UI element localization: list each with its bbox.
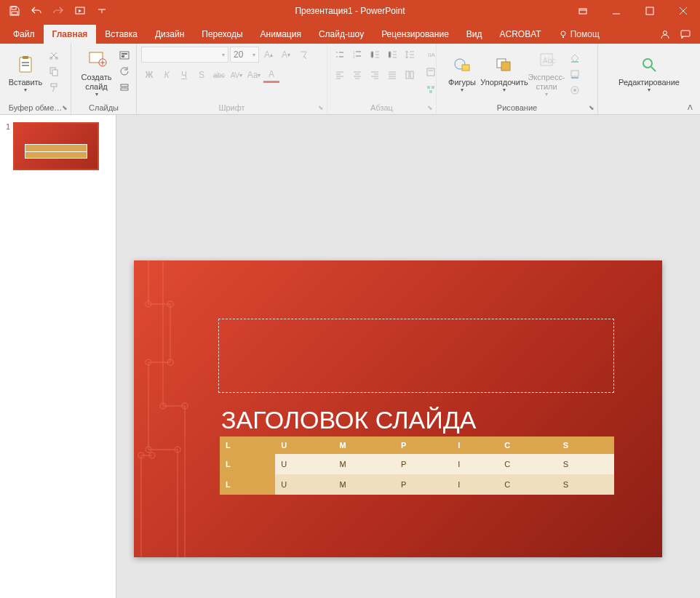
align-left-button[interactable] [332,67,348,83]
svg-point-6 [664,31,667,35]
paste-button[interactable]: Вставить ▾ [4,47,47,99]
redo-button[interactable] [48,1,68,21]
font-name-combo[interactable]: ▾ [141,47,228,63]
tab-view[interactable]: Вид [458,25,491,44]
underline-button[interactable]: Ч [176,67,192,83]
cut-button[interactable] [47,48,61,63]
tab-acrobat[interactable]: ACROBAT [491,25,550,44]
clear-formatting-button[interactable] [295,47,311,63]
thumbnail-slide-1[interactable]: 1 [6,122,110,170]
font-dialog-launcher[interactable]: ⬊ [318,104,324,111]
shape-fill-button[interactable] [568,51,582,65]
reset-slide-button[interactable] [117,64,132,79]
new-slide-button[interactable]: Создать слайд ▾ [76,47,117,99]
svg-text:Abc: Abc [543,57,555,65]
strikethrough-button[interactable]: abc [211,67,227,83]
align-center-button[interactable] [349,67,365,83]
font-size-combo[interactable]: 20▾ [230,47,259,63]
svg-point-49 [573,89,576,92]
shape-outline-button[interactable] [568,67,582,81]
table-header-cell[interactable]: C [498,436,557,454]
slide-title[interactable]: ЗАГОЛОВОК СЛАЙДА [221,406,476,434]
convert-smartart-button[interactable] [422,81,440,97]
group-label-paragraph: Абзац [370,103,393,112]
paragraph-dialog-launcher[interactable]: ⬊ [427,104,433,111]
table-row[interactable]: L U M P I C S [220,454,614,474]
start-from-beginning-button[interactable] [70,1,90,21]
shadow-button[interactable]: S [194,67,210,83]
tab-file[interactable]: Файл [4,25,44,44]
collapse-ribbon-button[interactable]: ᐱ [684,101,696,113]
align-right-button[interactable] [367,67,383,83]
arrange-button[interactable]: Упорядочить▾ [483,47,525,99]
slide-thumbnails-pane[interactable]: 1 [0,115,116,598]
increase-indent-button[interactable] [384,47,400,63]
group-drawing: Фигуры▾ Упорядочить▾ Abc Экспресс-стили▾… [437,44,598,114]
svg-rect-31 [356,55,361,57]
table-header-cell[interactable]: P [395,436,452,454]
line-spacing-button[interactable] [402,47,418,63]
table-header-cell[interactable]: L [220,436,275,454]
ribbon: Вставить ▾ Буфер обме…⬊ Создать слайд ▾ [0,44,700,115]
font-color-button[interactable]: A [263,67,279,83]
tab-insert[interactable]: Вставка [96,25,146,44]
tab-home[interactable]: Главная [44,25,97,44]
tell-me-field[interactable]: Помощ [550,25,608,44]
table-header-cell[interactable]: U [275,436,333,454]
table-header-cell[interactable]: S [557,436,614,454]
drawing-dialog-launcher[interactable]: ⬊ [589,104,594,111]
slide-canvas[interactable]: ЗАГОЛОВОК СЛАЙДА L U M P I C S L U M P I [116,115,700,598]
shapes-button[interactable]: Фигуры▾ [441,47,483,99]
svg-rect-11 [22,65,29,66]
group-clipboard: Вставить ▾ Буфер обме…⬊ [0,44,71,114]
clipboard-dialog-launcher[interactable]: ⬊ [62,104,68,111]
svg-rect-40 [462,65,469,71]
char-spacing-button[interactable]: AV▾ [228,67,244,83]
bullets-button[interactable] [332,47,348,63]
ribbon-tabs: Файл Главная Вставка Дизайн Переходы Ани… [0,22,700,44]
change-case-button[interactable]: Aa▾ [246,67,262,83]
undo-button[interactable] [26,1,47,21]
svg-rect-20 [122,53,127,55]
italic-button[interactable]: К [159,67,175,83]
table-header-cell[interactable]: I [452,436,498,454]
tab-transitions[interactable]: Переходы [193,25,251,44]
sign-in-icon[interactable] [655,25,675,44]
copy-button[interactable] [47,64,61,79]
quick-access-toolbar [0,1,112,21]
align-text-button[interactable] [422,64,440,80]
columns-button[interactable] [402,67,418,83]
ribbon-display-button[interactable] [566,0,600,22]
customize-qat-button[interactable] [92,1,112,21]
slide-layout-button[interactable] [117,48,132,63]
tab-animations[interactable]: Анимация [252,25,310,44]
group-paragraph: 12 IIA Абзац⬊ [327,44,437,114]
quick-styles-button[interactable]: Abc Экспресс-стили▾ [525,47,568,99]
shape-effects-button[interactable] [568,83,582,97]
maximize-button[interactable] [633,0,667,22]
decrease-indent-button[interactable] [367,47,383,63]
table-header-cell[interactable]: M [334,436,395,454]
close-button[interactable] [667,0,700,22]
comments-icon[interactable] [675,25,696,44]
editing-button[interactable]: Редактирование▾ [628,47,670,99]
decrease-font-button[interactable]: A▾ [278,47,294,63]
svg-rect-47 [571,77,578,79]
tab-design[interactable]: Дизайн [146,25,193,44]
section-button[interactable] [117,80,132,95]
format-painter-button[interactable] [47,80,61,95]
table-row[interactable]: L U M P I C S [220,474,614,495]
numbering-button[interactable]: 12 [349,47,365,63]
tab-review[interactable]: Рецензирование [373,25,458,44]
save-button[interactable] [4,1,25,21]
group-font: ▾ 20▾ A▴ A▾ Ж К Ч S abc AV▾ Aa▾ A Шр [137,44,327,114]
bold-button[interactable]: Ж [141,67,157,83]
slide-table[interactable]: L U M P I C S L U M P I C S [220,436,614,495]
svg-rect-25 [339,52,343,53]
justify-button[interactable] [384,67,400,83]
increase-font-button[interactable]: A▴ [260,47,277,63]
slide[interactable]: ЗАГОЛОВОК СЛАЙДА L U M P I C S L U M P I [134,260,662,557]
minimize-button[interactable] [600,0,633,22]
tab-slideshow[interactable]: Слайд-шоу [310,25,373,44]
text-direction-button[interactable]: IIA [422,47,440,63]
